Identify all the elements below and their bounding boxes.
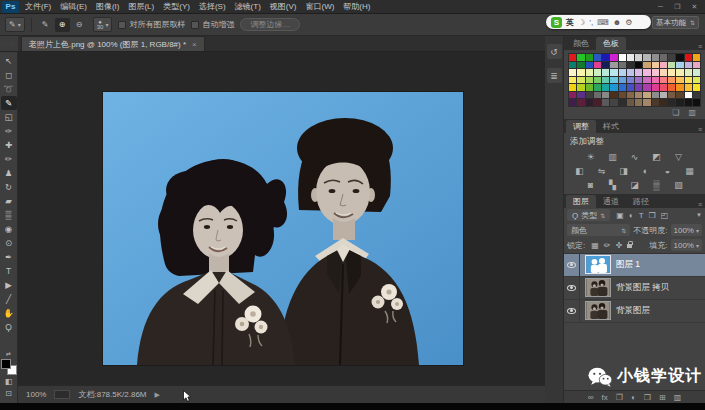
vibrance-icon[interactable]: ▽ [671, 151, 687, 163]
moon-icon[interactable]: ☽ [578, 18, 585, 27]
delete-layer-icon[interactable]: ▥ [674, 393, 682, 402]
swatch[interactable] [586, 69, 593, 76]
zoom-level-field[interactable]: 100% [26, 390, 46, 399]
foreground-color-chip[interactable] [1, 359, 11, 369]
threshold-icon[interactable]: ◪ [627, 179, 643, 191]
swatch[interactable] [693, 99, 700, 106]
swatch[interactable] [627, 92, 634, 99]
swatch[interactable] [602, 99, 609, 106]
swatch[interactable] [619, 99, 626, 106]
levels-icon[interactable]: ▥ [605, 151, 621, 163]
menu-edit[interactable]: 编辑(E) [60, 1, 87, 12]
black-white-icon[interactable]: ◨ [616, 165, 632, 177]
swatch[interactable] [594, 84, 601, 91]
brush-size-picker[interactable]: ● 30 ▾ [93, 17, 113, 32]
swatch[interactable] [668, 84, 675, 91]
swatch[interactable] [685, 54, 692, 61]
panel-tab-color[interactable]: 颜色 [566, 37, 596, 50]
type-tool[interactable]: T [1, 264, 17, 278]
swatch[interactable] [685, 62, 692, 69]
subtract-from-selection-icon[interactable]: ⊖ [72, 18, 87, 32]
swatch[interactable] [693, 69, 700, 76]
layer-filter-toggle[interactable]: ▼ [696, 212, 702, 218]
swatch[interactable] [660, 62, 667, 69]
swatch[interactable] [652, 62, 659, 69]
crop-tool[interactable]: ◱ [1, 110, 17, 124]
swatch[interactable] [693, 54, 700, 61]
swatch[interactable] [594, 54, 601, 61]
panel-menu-icon[interactable]: ≡ [698, 201, 705, 208]
swatch[interactable] [676, 54, 683, 61]
panel-tab-adjustments[interactable]: 调整 [566, 120, 596, 133]
filter-pixel-layer-icon[interactable]: ▣ [616, 211, 624, 220]
panel-tab-paths[interactable]: 路径 [626, 195, 656, 208]
swatch[interactable] [586, 92, 593, 99]
sample-all-layers-option[interactable]: 对所有图层取样 [118, 19, 185, 30]
swatch[interactable] [676, 69, 683, 76]
eraser-tool[interactable]: ▰ [1, 194, 17, 208]
posterize-icon[interactable]: ▚ [605, 179, 621, 191]
checkbox-icon[interactable] [191, 21, 199, 29]
layer-row[interactable]: 背景图层 拷贝 [564, 277, 705, 300]
swatch[interactable] [602, 54, 609, 61]
exposure-icon[interactable]: ◩ [649, 151, 665, 163]
swatch[interactable] [643, 62, 650, 69]
swatch[interactable] [627, 69, 634, 76]
swatch[interactable] [652, 54, 659, 61]
panel-menu-icon[interactable]: ≡ [698, 126, 705, 133]
swatch[interactable] [610, 77, 617, 84]
photo-filter-icon[interactable]: ◐ [638, 165, 654, 177]
swatch[interactable] [693, 92, 700, 99]
lasso-tool[interactable]: ➰ [1, 82, 17, 96]
swatch[interactable] [643, 99, 650, 106]
workspace-switcher[interactable]: 基本功能 ⇅ [652, 16, 699, 29]
move-tool[interactable]: ↖ [1, 54, 17, 68]
person-icon[interactable]: ☻ [613, 18, 621, 27]
swatch[interactable] [586, 84, 593, 91]
pen-tool[interactable]: ✒ [1, 250, 17, 264]
swatch[interactable] [594, 69, 601, 76]
auto-enhance-option[interactable]: 自动增强 [191, 19, 234, 30]
swatch[interactable] [577, 77, 584, 84]
swatch[interactable] [602, 77, 609, 84]
swatch[interactable] [594, 77, 601, 84]
panel-tab-styles[interactable]: 样式 [596, 120, 626, 133]
menu-window[interactable]: 窗口(W) [305, 1, 334, 12]
menu-image[interactable]: 图像(I) [96, 1, 120, 12]
swatch[interactable] [619, 54, 626, 61]
lock-position-icon[interactable]: ✜ [616, 241, 623, 250]
language-indicator[interactable]: 英 [566, 17, 574, 28]
swatch[interactable] [577, 69, 584, 76]
panel-menu-icon[interactable]: ≡ [698, 43, 705, 50]
menu-layer[interactable]: 图层(L) [128, 1, 154, 12]
swatch[interactable] [619, 62, 626, 69]
eyedropper-tool[interactable]: ✑ [1, 124, 17, 138]
add-to-selection-icon[interactable]: ⊕ [55, 18, 70, 32]
swatch[interactable] [660, 77, 667, 84]
swatch[interactable] [610, 62, 617, 69]
gradient-tool[interactable]: ▒ [1, 208, 17, 222]
swatch[interactable] [685, 84, 692, 91]
new-group-icon[interactable]: ❒ [644, 393, 651, 402]
panel-tab-channels[interactable]: 通道 [596, 195, 626, 208]
swatch[interactable] [569, 54, 576, 61]
menu-file[interactable]: 文件(F) [25, 1, 51, 12]
swatch[interactable] [676, 92, 683, 99]
swatch[interactable] [577, 54, 584, 61]
swatch[interactable] [586, 99, 593, 106]
quick-selection-tool[interactable]: ✎ [1, 96, 17, 110]
swatch[interactable] [586, 77, 593, 84]
swatch[interactable] [660, 99, 667, 106]
layer-row[interactable]: 图层 1 [564, 254, 705, 277]
filter-smart-object-icon[interactable]: ◰ [661, 211, 669, 220]
history-brush-tool[interactable]: ↻ [1, 180, 17, 194]
swatch[interactable] [652, 84, 659, 91]
hue-saturation-icon[interactable]: ◧ [572, 165, 588, 177]
swatch[interactable] [619, 92, 626, 99]
swatch[interactable] [693, 77, 700, 84]
layer-thumbnail[interactable] [585, 301, 611, 320]
swatch[interactable] [635, 77, 642, 84]
brightness-contrast-icon[interactable]: ☀ [583, 151, 599, 163]
swatch[interactable] [685, 69, 692, 76]
add-mask-icon[interactable]: ❐ [616, 393, 623, 402]
